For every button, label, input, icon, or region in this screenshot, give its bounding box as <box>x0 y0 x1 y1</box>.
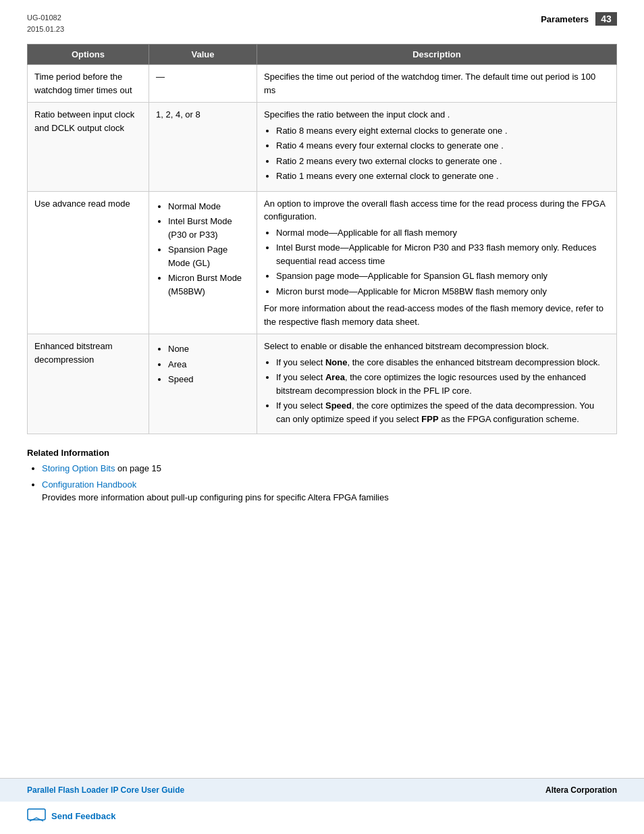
advance-value-bullets: Normal Mode Intel Burst Mode (P30 or P33… <box>156 200 250 298</box>
doc-id: UG-01082 2015.01.23 <box>27 12 64 34</box>
options-cell-ratio: Ratio between input clock and DCLK outpu… <box>28 103 149 192</box>
list-item: None <box>168 342 250 356</box>
col-header-description: Description <box>257 45 617 65</box>
col-header-options: Options <box>28 45 149 65</box>
storing-option-bits-suffix: on page 15 <box>115 463 161 473</box>
section-label: Parameters <box>541 14 589 24</box>
feedback-area: Send Feedback <box>0 802 644 834</box>
list-item: Area <box>168 358 250 371</box>
list-item: Spansion page mode—Applicable for Spansi… <box>276 269 610 283</box>
footer-company: Altera Corporation <box>545 785 617 795</box>
table-row: Enhanced bitstream decompression None Ar… <box>28 334 617 434</box>
list-item: Intel Burst mode—Applicable for Micron P… <box>276 241 610 267</box>
list-item: Speed <box>168 373 250 386</box>
page-footer: Parallel Flash Loader IP Core User Guide… <box>0 778 644 802</box>
feedback-icon <box>27 808 46 823</box>
doc-id-line1: UG-01082 <box>27 12 64 24</box>
desc-cell-ratio: Specifies the ratio between the input cl… <box>257 103 617 192</box>
options-cell-advance: Use advance read mode <box>28 191 149 334</box>
handbook-desc: Provides more information about pull-up … <box>42 492 389 502</box>
doc-id-line2: 2015.01.23 <box>27 24 64 35</box>
related-info: Related Information Storing Option Bits … <box>27 448 617 521</box>
list-item: Spansion Page Mode (GL) <box>168 243 250 269</box>
list-item: If you select None, the core disables th… <box>276 356 610 369</box>
advance-desc-extra: For more information about the read-acce… <box>264 302 610 328</box>
list-item: Micron burst mode—Applicable for Micron … <box>276 285 610 298</box>
list-item: Ratio 4 means every four external clocks… <box>276 139 610 153</box>
list-item: Storing Option Bits on page 15 <box>42 462 617 475</box>
value-cell-watchdog: — <box>149 65 257 103</box>
options-cell-watchdog: Time period before the watchdog timer ti… <box>28 65 149 103</box>
value-cell-enhanced: None Area Speed <box>149 334 257 434</box>
list-item: Ratio 8 means every eight external clock… <box>276 124 610 138</box>
page-container: UG-01082 2015.01.23 Parameters 43 Option… <box>0 0 644 834</box>
list-item: Normal Mode <box>168 200 250 213</box>
ratio-bullets: Ratio 8 means every eight external clock… <box>264 124 610 183</box>
value-cell-ratio: 1, 2, 4, or 8 <box>149 103 257 192</box>
list-item: If you select Speed, the core optimizes … <box>276 399 610 425</box>
enhanced-value-bullets: None Area Speed <box>156 342 250 386</box>
page-number-area: Parameters 43 <box>541 12 617 26</box>
list-item: Normal mode—Applicable for all flash mem… <box>276 226 610 240</box>
enhanced-desc-bullets: If you select None, the core disables th… <box>264 356 610 426</box>
desc-cell-watchdog: Specifies the time out period of the wat… <box>257 65 617 103</box>
desc-cell-advance: An option to improve the overall flash a… <box>257 191 617 334</box>
configuration-handbook-link[interactable]: Configuration Handbook <box>42 479 136 490</box>
page-number: 43 <box>595 12 617 26</box>
col-header-value: Value <box>149 45 257 65</box>
footer-guide-name: Parallel Flash Loader IP Core User Guide <box>27 785 184 795</box>
params-table: Options Value Description Time period be… <box>27 44 617 434</box>
desc-cell-enhanced: Select to enable or disable the enhanced… <box>257 334 617 434</box>
page-header: UG-01082 2015.01.23 Parameters 43 <box>0 0 644 38</box>
list-item: If you select Area, the core optimizes t… <box>276 371 610 397</box>
list-item: Intel Burst Mode (P30 or P33) <box>168 215 250 241</box>
value-cell-advance: Normal Mode Intel Burst Mode (P30 or P33… <box>149 191 257 334</box>
table-row: Ratio between input clock and DCLK outpu… <box>28 103 617 192</box>
options-cell-enhanced: Enhanced bitstream decompression <box>28 334 149 434</box>
list-item: Micron Burst Mode (M58BW) <box>168 271 250 298</box>
related-info-title: Related Information <box>27 448 617 458</box>
storing-option-bits-link[interactable]: Storing Option Bits <box>42 463 115 473</box>
main-content: Options Value Description Time period be… <box>0 38 644 778</box>
list-item: Configuration Handbook Provides more inf… <box>42 478 617 504</box>
related-links-list: Storing Option Bits on page 15 Configura… <box>27 462 617 504</box>
advance-desc-bullets: Normal mode—Applicable for all flash mem… <box>264 226 610 298</box>
table-row: Time period before the watchdog timer ti… <box>28 65 617 103</box>
list-item: Ratio 2 means every two external clocks … <box>276 155 610 168</box>
table-row: Use advance read mode Normal Mode Intel … <box>28 191 617 334</box>
send-feedback-link[interactable]: Send Feedback <box>51 811 115 821</box>
list-item: Ratio 1 means every one external clock t… <box>276 170 610 183</box>
